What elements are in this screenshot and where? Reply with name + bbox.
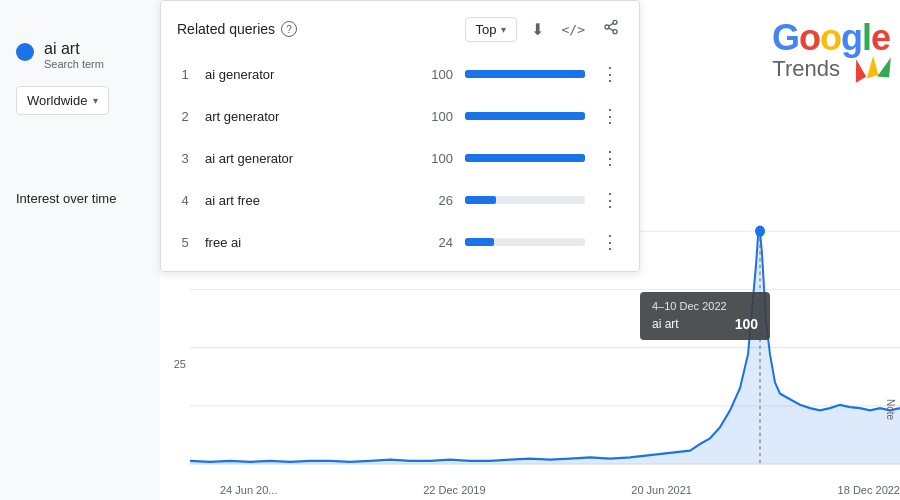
query-bar-fill bbox=[465, 196, 496, 204]
query-rank: 2 bbox=[177, 109, 193, 124]
query-rank: 1 bbox=[177, 67, 193, 82]
query-bar bbox=[465, 238, 585, 246]
panel-header: Related queries ? Top ▾ ⬇ </> bbox=[161, 1, 639, 53]
query-row: 1 ai generator 100 ⋮ bbox=[161, 53, 639, 95]
related-queries-panel: Related queries ? Top ▾ ⬇ </> bbox=[160, 0, 640, 272]
svg-line-11 bbox=[609, 28, 614, 31]
query-bar bbox=[465, 196, 585, 204]
query-bar-fill bbox=[465, 112, 585, 120]
query-row: 3 ai art generator 100 ⋮ bbox=[161, 137, 639, 179]
query-more-icon[interactable]: ⋮ bbox=[597, 189, 623, 211]
logo-o1: o bbox=[799, 17, 820, 58]
right-panel: 100 75 50 25 bbox=[160, 0, 900, 500]
query-score: 100 bbox=[425, 109, 453, 124]
search-term-type: Search term bbox=[44, 58, 104, 70]
query-name: free ai bbox=[205, 235, 413, 250]
query-list: 1 ai generator 100 ⋮ 2 art generator 100 bbox=[161, 53, 639, 271]
trends-row: Trends bbox=[772, 56, 890, 82]
query-score: 24 bbox=[425, 235, 453, 250]
y-label-25: 25 bbox=[174, 358, 186, 370]
note-label: Note bbox=[885, 399, 896, 420]
query-bar-fill bbox=[465, 154, 585, 162]
panel-title: Related queries bbox=[177, 21, 275, 37]
x-label-2: 22 Dec 2019 bbox=[423, 484, 485, 496]
embed-icon[interactable]: </> bbox=[558, 18, 589, 41]
query-bar-fill bbox=[465, 238, 494, 246]
query-rank: 3 bbox=[177, 151, 193, 166]
interest-over-time-label: Interest over time bbox=[16, 191, 144, 206]
svg-point-7 bbox=[755, 226, 765, 237]
query-row: 4 ai art free 26 ⋮ bbox=[161, 179, 639, 221]
query-row: 5 free ai 24 ⋮ bbox=[161, 221, 639, 263]
search-term-badge: ai art Search term bbox=[16, 40, 144, 70]
google-trends-logo: Google Trends bbox=[670, 20, 890, 82]
region-selector[interactable]: Worldwide ▾ bbox=[16, 86, 109, 115]
tooltip-row: ai art 100 bbox=[652, 316, 758, 332]
query-name: ai generator bbox=[205, 67, 413, 82]
top-filter-label: Top bbox=[476, 22, 497, 37]
query-bar bbox=[465, 112, 585, 120]
panel-header-left: Related queries ? bbox=[177, 21, 297, 37]
query-bar bbox=[465, 70, 585, 78]
query-score: 100 bbox=[425, 151, 453, 166]
x-axis-labels: 24 Jun 20... 22 Dec 2019 20 Jun 2021 18 … bbox=[220, 484, 900, 496]
top-filter-dropdown[interactable]: Top ▾ bbox=[465, 17, 517, 42]
query-name: art generator bbox=[205, 109, 413, 124]
trends-arrows bbox=[850, 57, 890, 81]
help-icon[interactable]: ? bbox=[281, 21, 297, 37]
search-term-dot bbox=[16, 43, 34, 61]
filter-chevron-icon: ▾ bbox=[501, 24, 506, 35]
arrow-green-icon bbox=[877, 57, 891, 78]
svg-point-10 bbox=[613, 30, 617, 34]
trends-text: Trends bbox=[772, 56, 840, 82]
region-chevron-icon: ▾ bbox=[93, 95, 98, 106]
svg-point-8 bbox=[613, 20, 617, 24]
tooltip-date: 4–10 Dec 2022 bbox=[652, 300, 758, 312]
query-rank: 4 bbox=[177, 193, 193, 208]
svg-point-9 bbox=[605, 25, 609, 29]
query-name: ai art free bbox=[205, 193, 413, 208]
logo-e: e bbox=[871, 17, 890, 58]
download-icon[interactable]: ⬇ bbox=[527, 16, 548, 43]
query-more-icon[interactable]: ⋮ bbox=[597, 63, 623, 85]
logo-l: l bbox=[862, 17, 871, 58]
query-bar bbox=[465, 154, 585, 162]
x-label-3: 20 Jun 2021 bbox=[631, 484, 692, 496]
query-score: 100 bbox=[425, 67, 453, 82]
region-label: Worldwide bbox=[27, 93, 87, 108]
logo-g: G bbox=[772, 17, 799, 58]
x-label-1: 24 Jun 20... bbox=[220, 484, 278, 496]
svg-line-12 bbox=[609, 23, 614, 26]
query-score: 26 bbox=[425, 193, 453, 208]
panel-header-right: Top ▾ ⬇ </> bbox=[465, 15, 623, 43]
logo-g2: g bbox=[841, 17, 862, 58]
tooltip-label: ai art bbox=[652, 317, 679, 331]
logo-o2: o bbox=[820, 17, 841, 58]
search-term-name: ai art bbox=[44, 40, 104, 58]
query-more-icon[interactable]: ⋮ bbox=[597, 147, 623, 169]
chart-tooltip: 4–10 Dec 2022 ai art 100 bbox=[640, 292, 770, 340]
x-label-4: 18 Dec 2022 bbox=[838, 484, 900, 496]
share-icon[interactable] bbox=[599, 15, 623, 43]
tooltip-value: 100 bbox=[735, 316, 758, 332]
google-logo-text: Google bbox=[772, 20, 890, 56]
search-term-text: ai art Search term bbox=[44, 40, 104, 70]
query-row: 2 art generator 100 ⋮ bbox=[161, 95, 639, 137]
query-more-icon[interactable]: ⋮ bbox=[597, 105, 623, 127]
query-rank: 5 bbox=[177, 235, 193, 250]
query-more-icon[interactable]: ⋮ bbox=[597, 231, 623, 253]
left-panel: ai art Search term Worldwide ▾ Interest … bbox=[0, 0, 160, 500]
query-bar-fill bbox=[465, 70, 585, 78]
query-name: ai art generator bbox=[205, 151, 413, 166]
